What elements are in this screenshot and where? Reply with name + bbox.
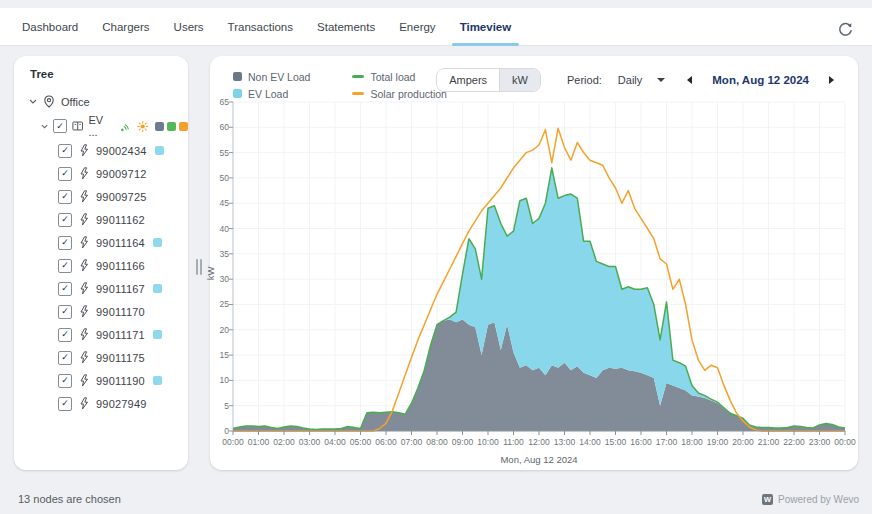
lightning-bolt-icon bbox=[79, 167, 89, 180]
lightning-bolt-icon bbox=[79, 374, 89, 387]
lightning-bolt-icon bbox=[79, 305, 89, 318]
lightning-bolt-icon bbox=[79, 328, 89, 341]
lightning-bolt-icon bbox=[79, 397, 89, 410]
charger-row[interactable]: ✓99011170 bbox=[14, 300, 188, 323]
charger-row[interactable]: ✓99011166 bbox=[14, 254, 188, 277]
tree-title: Tree bbox=[14, 68, 188, 80]
charger-checkbox[interactable]: ✓ bbox=[58, 282, 72, 296]
status-square bbox=[155, 122, 164, 131]
ev-group-checkbox[interactable]: ✓ bbox=[53, 119, 67, 133]
active-session-badge bbox=[153, 376, 162, 385]
charger-checkbox[interactable]: ✓ bbox=[58, 167, 72, 181]
charger-checkbox[interactable]: ✓ bbox=[58, 259, 72, 273]
y-tick-label: 55 bbox=[210, 148, 229, 158]
charger-checkbox[interactable]: ✓ bbox=[58, 190, 72, 204]
charger-row[interactable]: ✓99002434 bbox=[14, 139, 188, 162]
distribution-board-icon bbox=[72, 120, 83, 132]
charger-id-label: 99011166 bbox=[96, 260, 145, 272]
active-session-badge bbox=[155, 146, 164, 155]
y-tick-label: 5 bbox=[210, 401, 229, 411]
tree-panel: Tree Office ✓ EV ... bbox=[14, 56, 188, 470]
y-tick-label: 30 bbox=[210, 274, 229, 284]
charger-row[interactable]: ✓99011167 bbox=[14, 277, 188, 300]
page: DashboardChargersUsersTransactionsStatem… bbox=[0, 0, 872, 514]
tab-energy[interactable]: Energy bbox=[399, 8, 435, 45]
charger-checkbox[interactable]: ✓ bbox=[58, 236, 72, 250]
tree-node-ev-group[interactable]: ✓ EV ... bbox=[14, 113, 188, 139]
tab-statements[interactable]: Statements bbox=[317, 8, 375, 45]
y-tick-label: 60 bbox=[210, 122, 229, 132]
lightning-bolt-icon bbox=[79, 190, 89, 203]
charger-checkbox[interactable]: ✓ bbox=[58, 328, 72, 342]
charger-checkbox[interactable]: ✓ bbox=[58, 397, 72, 411]
charger-row[interactable]: ✓99011175 bbox=[14, 346, 188, 369]
active-session-badge bbox=[153, 238, 162, 247]
y-tick-label: 0 bbox=[210, 426, 229, 436]
charger-id-label: 99009712 bbox=[96, 168, 147, 180]
charger-id-label: 99011167 bbox=[96, 283, 145, 295]
charger-row[interactable]: ✓99011171 bbox=[14, 323, 188, 346]
panel-resize-handle[interactable] bbox=[194, 257, 204, 277]
charger-id-label: 99011175 bbox=[96, 352, 145, 364]
lightning-bolt-icon bbox=[79, 259, 89, 272]
charger-row[interactable]: ✓99027949 bbox=[14, 392, 188, 415]
charger-id-label: 99011170 bbox=[96, 306, 145, 318]
charger-checkbox[interactable]: ✓ bbox=[58, 213, 72, 227]
lightning-bolt-icon bbox=[79, 144, 89, 157]
y-tick-label: 20 bbox=[210, 325, 229, 335]
group-status-squares bbox=[155, 122, 188, 131]
y-tick-label: 10 bbox=[210, 375, 229, 385]
charger-row[interactable]: ✓99009712 bbox=[14, 162, 188, 185]
charger-id-label: 99011164 bbox=[96, 237, 145, 249]
chart-panel: Non EV LoadEV LoadTotal loadSolar produc… bbox=[210, 56, 858, 470]
lightning-bolt-icon bbox=[79, 213, 89, 226]
charger-id-label: 99011162 bbox=[96, 214, 145, 226]
x-tick-label: 00:00 bbox=[828, 437, 862, 447]
timeseries-chart: kW Mon, Aug 12 2024 05101520253035404550… bbox=[210, 56, 858, 470]
y-tick-label: 15 bbox=[210, 350, 229, 360]
wevo-logo: W bbox=[762, 494, 773, 505]
y-tick-label: 50 bbox=[210, 173, 229, 183]
charger-checkbox[interactable]: ✓ bbox=[58, 374, 72, 388]
charger-checkbox[interactable]: ✓ bbox=[58, 351, 72, 365]
active-session-badge bbox=[153, 330, 162, 339]
tab-dashboard[interactable]: Dashboard bbox=[22, 8, 78, 45]
office-label: Office bbox=[61, 96, 90, 108]
status-square bbox=[179, 122, 188, 131]
active-session-badge bbox=[153, 284, 162, 293]
charger-id-label: 99011190 bbox=[96, 375, 145, 387]
charger-id-label: 99002434 bbox=[96, 145, 147, 157]
nav-tabs: DashboardChargersUsersTransactionsStatem… bbox=[0, 8, 872, 45]
charger-row[interactable]: ✓99011190 bbox=[14, 369, 188, 392]
y-tick-label: 25 bbox=[210, 299, 229, 309]
chevron-down-icon[interactable] bbox=[29, 99, 37, 104]
ev-group-label: EV ... bbox=[88, 114, 112, 138]
charger-row[interactable]: ✓99011162 bbox=[14, 208, 188, 231]
plot-area[interactable] bbox=[233, 102, 845, 431]
tab-transactions[interactable]: Transactions bbox=[228, 8, 293, 45]
sun-icon bbox=[137, 120, 148, 133]
signal-icon bbox=[120, 120, 131, 133]
status-square bbox=[167, 122, 176, 131]
y-tick-label: 35 bbox=[210, 249, 229, 259]
y-tick-label: 65 bbox=[210, 97, 229, 107]
lightning-bolt-icon bbox=[79, 351, 89, 364]
charger-checkbox[interactable]: ✓ bbox=[58, 305, 72, 319]
refresh-icon bbox=[837, 21, 854, 38]
tab-users[interactable]: Users bbox=[174, 8, 204, 45]
chevron-down-icon[interactable] bbox=[41, 124, 48, 129]
lightning-bolt-icon bbox=[79, 282, 89, 295]
charger-list: ✓99002434✓99009712✓99009725✓99011162✓990… bbox=[14, 139, 188, 415]
charger-row[interactable]: ✓99009725 bbox=[14, 185, 188, 208]
charger-id-label: 99027949 bbox=[96, 398, 147, 410]
y-tick-label: 45 bbox=[210, 198, 229, 208]
powered-by: W Powered by Wevo bbox=[762, 494, 859, 505]
charger-id-label: 99011171 bbox=[96, 329, 145, 341]
tree-node-office[interactable]: Office bbox=[14, 90, 188, 113]
tab-chargers[interactable]: Chargers bbox=[102, 8, 149, 45]
location-pin-icon bbox=[43, 95, 55, 108]
charger-row[interactable]: ✓99011164 bbox=[14, 231, 188, 254]
tab-timeview[interactable]: Timeview bbox=[460, 8, 512, 45]
refresh-button[interactable] bbox=[834, 19, 856, 41]
charger-checkbox[interactable]: ✓ bbox=[58, 144, 72, 158]
